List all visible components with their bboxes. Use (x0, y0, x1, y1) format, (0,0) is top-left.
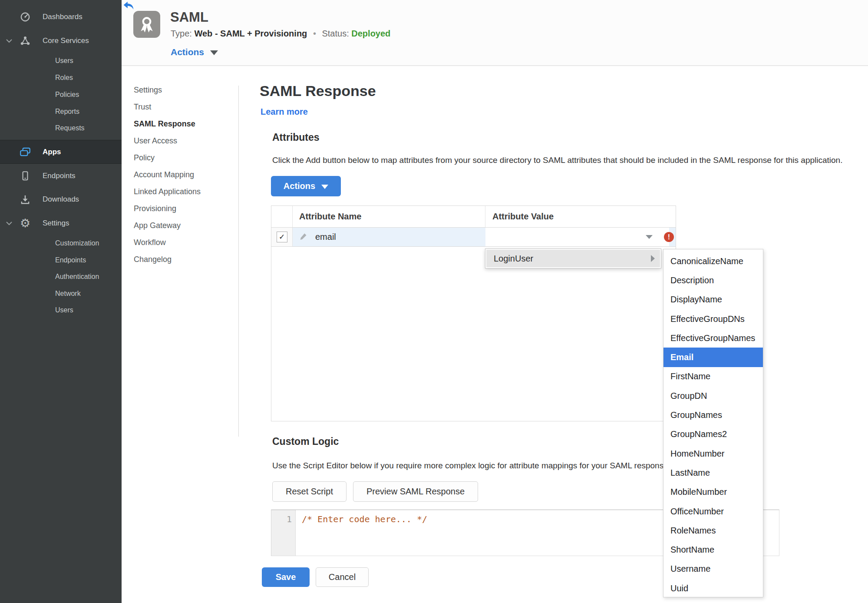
subnav-item-workflow[interactable]: Workflow (134, 234, 236, 251)
core-services-icon (19, 35, 31, 47)
sidebar-item-label: Core Services (43, 36, 89, 45)
download-icon (19, 193, 31, 205)
submenu-item-email-selected[interactable]: Email (663, 348, 763, 367)
type-label: Type: (171, 29, 192, 38)
custom-logic-description: Use the Script Editor below if you requi… (272, 461, 670, 470)
back-arrow-icon[interactable] (123, 1, 134, 10)
chevron-down-icon (646, 235, 653, 239)
sidebar-item-dashboards[interactable]: Dashboards (0, 9, 122, 25)
attribute-name-cell[interactable]: email (293, 228, 485, 246)
app-badge-icon (133, 11, 160, 38)
attributes-table: Attribute Name Attribute Value ✓ email ! (271, 205, 676, 421)
subnav-item-app-gateway[interactable]: App Gateway (134, 217, 236, 234)
attributes-actions-button[interactable]: Actions (271, 176, 341, 196)
sidebar-item-customization[interactable]: Customization (0, 235, 122, 251)
subnav-item-trust[interactable]: Trust (134, 99, 236, 116)
submenu-item-uuid[interactable]: Uuid (663, 579, 763, 597)
submenu-item-groupnames[interactable]: GroupNames (663, 405, 763, 424)
subnav-item-saml-response[interactable]: SAML Response (134, 116, 236, 133)
row-checkbox[interactable]: ✓ (277, 232, 287, 242)
attribute-name-column-header: Attribute Name (293, 206, 485, 227)
select-column-header (271, 206, 293, 227)
primary-sidebar: Dashboards Core Services Users Roles Pol… (0, 0, 122, 603)
submenu-item-displayname[interactable]: DisplayName (663, 290, 763, 309)
chevron-down-icon (210, 50, 218, 55)
status-badge: Deployed (351, 29, 390, 38)
sidebar-item-apps-active[interactable]: Apps (0, 140, 122, 164)
sidebar-item-endpoints[interactable]: Endpoints (0, 168, 122, 184)
preview-saml-response-button[interactable]: Preview SAML Response (353, 481, 478, 502)
subnav-divider (238, 86, 239, 437)
attributes-heading: Attributes (272, 132, 320, 143)
sidebar-item-authentication[interactable]: Authentication (0, 269, 122, 285)
submenu-item-homenumber[interactable]: HomeNumber (663, 444, 763, 463)
cancel-button[interactable]: Cancel (316, 567, 369, 587)
submenu-item-lastname[interactable]: LastName (663, 463, 763, 482)
attribute-value-column-header: Attribute Value (485, 206, 676, 227)
submenu-item-officenumber[interactable]: OfficeNumber (663, 502, 763, 521)
chevron-down-icon (321, 185, 328, 189)
pencil-icon (299, 232, 308, 242)
submenu-item-effectivegroupdns[interactable]: EffectiveGroupDNs (663, 309, 763, 328)
subnav-item-changelog[interactable]: Changelog (134, 251, 236, 268)
app-meta-line: Type: Web - SAML + Provisioning • Status… (171, 29, 390, 39)
chevron-down-icon (6, 220, 13, 226)
sidebar-item-settings-users[interactable]: Users (0, 302, 122, 318)
attribute-value-dropdown[interactable] (485, 228, 669, 246)
menu-item-loginuser[interactable]: LoginUser (486, 250, 660, 267)
apps-icon (19, 146, 31, 158)
subnav-item-provisioning[interactable]: Provisioning (134, 200, 236, 217)
gauge-icon (19, 11, 31, 23)
submenu-item-rolenames[interactable]: RoleNames (663, 521, 763, 540)
sidebar-item-settings[interactable]: ⚙ Settings (0, 215, 122, 231)
reset-script-button[interactable]: Reset Script (272, 481, 347, 502)
submenu-item-firstname[interactable]: FirstName (663, 367, 763, 386)
type-value: Web - SAML + Provisioning (194, 29, 307, 38)
sidebar-item-roles[interactable]: Roles (0, 70, 122, 86)
sidebar-item-core-services[interactable]: Core Services (0, 33, 122, 49)
table-header-row: Attribute Name Attribute Value (271, 206, 676, 228)
subnav-item-user-access[interactable]: User Access (134, 133, 236, 149)
row-select-cell: ✓ (271, 228, 293, 246)
submenu-item-canonicalizename[interactable]: CanonicalizeName (663, 252, 763, 271)
submenu-item-groupnames2[interactable]: GroupNames2 (663, 425, 763, 444)
custom-logic-heading: Custom Logic (272, 436, 339, 447)
sidebar-item-settings-endpoints[interactable]: Endpoints (0, 252, 122, 268)
saml-app-config-page: { "sidebar": { "items": ["Dashboards","C… (0, 0, 868, 603)
tablet-icon (19, 170, 31, 182)
attributes-description: Click the Add button below to map attrib… (272, 156, 842, 165)
gear-icon: ⚙ (19, 217, 31, 229)
submenu-arrow-icon (651, 255, 655, 262)
sidebar-item-label: Apps (43, 148, 61, 156)
sidebar-item-users[interactable]: Users (0, 53, 122, 69)
save-button[interactable]: Save (262, 567, 310, 587)
status-label: Status: (322, 29, 349, 38)
subnav-item-settings[interactable]: Settings (134, 82, 236, 99)
attribute-value-cell: ! (485, 228, 676, 246)
editor-line-number: 1 (271, 510, 296, 556)
submenu-item-description[interactable]: Description (663, 271, 763, 290)
sidebar-item-downloads[interactable]: Downloads (0, 192, 122, 207)
submenu-item-effectivegroupnames[interactable]: EffectiveGroupNames (663, 328, 763, 348)
page-title: SAML Response (260, 83, 376, 99)
attribute-submenu: CanonicalizeName Description DisplayName… (663, 249, 763, 597)
meta-separator: • (310, 29, 320, 38)
submenu-item-groupdn[interactable]: GroupDN (663, 386, 763, 405)
sidebar-item-policies[interactable]: Policies (0, 87, 122, 103)
subnav-item-linked-applications[interactable]: Linked Applications (134, 183, 236, 200)
sidebar-item-requests[interactable]: Requests (0, 120, 122, 136)
sidebar-item-network[interactable]: Network (0, 286, 122, 302)
learn-more-link[interactable]: Learn more (261, 107, 308, 117)
sidebar-item-label: Dashboards (43, 13, 83, 21)
header-actions-menu[interactable]: Actions (171, 47, 218, 57)
error-icon: ! (664, 232, 674, 242)
submenu-item-shortname[interactable]: ShortName (663, 540, 763, 559)
sidebar-item-reports[interactable]: Reports (0, 104, 122, 119)
subnav-item-policy[interactable]: Policy (134, 149, 236, 166)
subnav-item-account-mapping[interactable]: Account Mapping (134, 166, 236, 183)
value-source-menu: LoginUser (485, 248, 661, 268)
app-config-subnav: Settings Trust SAML Response User Access… (134, 82, 236, 268)
attribute-name-value: email (315, 232, 336, 242)
submenu-item-username[interactable]: Username (663, 560, 763, 579)
submenu-item-mobilenumber[interactable]: MobileNumber (663, 483, 763, 502)
